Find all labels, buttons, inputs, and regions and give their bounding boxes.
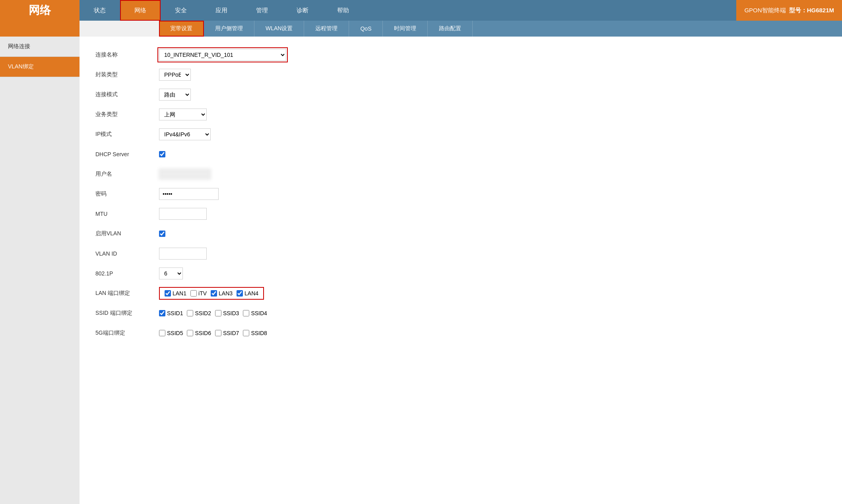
ssid3-text: SSID3 (223, 310, 239, 316)
device-brand: GPON智能终端 (744, 7, 786, 14)
username-field[interactable] (159, 169, 211, 179)
content-area: 连接名称 10_INTERNET_R_VID_101 10_INTERNET_R… (80, 37, 842, 504)
lan1-checkbox[interactable] (165, 290, 171, 297)
lan3-label[interactable]: LAN3 (211, 290, 233, 297)
encap-type-select[interactable]: PPPoE IPoE (159, 69, 191, 81)
mtu-row: MTU 1500 (95, 207, 826, 220)
sub-nav-broadband[interactable]: 宽带设置 (159, 21, 204, 37)
sub-nav-remote[interactable]: 远程管理 (304, 21, 349, 37)
ip-mode-select[interactable]: IPv4&IPv6 IPv4 IPv6 (159, 128, 211, 140)
ssid4-checkbox[interactable] (243, 310, 249, 316)
ssid2-label[interactable]: SSID2 (187, 310, 211, 316)
connection-name-row: 连接名称 10_INTERNET_R_VID_101 10_INTERNET_R… (95, 48, 826, 61)
sub-nav-qos[interactable]: QoS (349, 21, 383, 37)
ip-mode-row: IP模式 IPv4&IPv6 IPv4 IPv6 (95, 128, 826, 141)
sub-nav-routing[interactable]: 路由配置 (428, 21, 473, 37)
ssid6-checkbox[interactable] (187, 330, 193, 336)
device-model: 型号：HG6821M (789, 7, 834, 14)
sub-nav-user-side[interactable]: 用户侧管理 (204, 21, 254, 37)
ssid1-label[interactable]: SSID1 (159, 310, 183, 316)
encap-type-label: 封装类型 (95, 71, 159, 78)
lan4-label[interactable]: LAN4 (237, 290, 258, 297)
username-label: 用户名 (95, 171, 159, 178)
ssid2-checkbox[interactable] (187, 310, 193, 316)
lan4-checkbox[interactable] (237, 290, 243, 297)
password-label: 密码 (95, 190, 159, 198)
lan1-label[interactable]: LAN1 (165, 290, 186, 297)
ssid8-checkbox[interactable] (243, 330, 249, 336)
conn-mode-select[interactable]: 路由 桥接 (159, 89, 191, 101)
dhcp-server-row: DHCP Server (95, 148, 826, 161)
ssid4-text: SSID4 (251, 310, 267, 316)
itv-text: iTV (198, 290, 207, 297)
sub-nav-wlan[interactable]: WLAN设置 (254, 21, 304, 37)
nav-diagnostics[interactable]: 诊断 (282, 0, 323, 21)
itv-label[interactable]: iTV (190, 290, 207, 297)
ssid7-label[interactable]: SSID7 (215, 330, 239, 336)
itv-checkbox[interactable] (190, 290, 197, 297)
device-info: GPON智能终端 型号：HG6821M (736, 0, 842, 21)
ssid-bind-label: SSID 端口绑定 (95, 310, 159, 317)
conn-mode-label: 连接模式 (95, 91, 159, 98)
nav-management[interactable]: 管理 (242, 0, 282, 21)
ssid5-label[interactable]: SSID5 (159, 330, 183, 336)
dhcp-server-checkbox[interactable] (159, 151, 165, 157)
ip-mode-label: IP模式 (95, 131, 159, 138)
ssid1-text: SSID1 (167, 310, 183, 316)
ssid8-text: SSID8 (251, 330, 267, 336)
5g-port-group: SSID5 SSID6 SSID7 SSID8 (159, 328, 267, 339)
ssid7-checkbox[interactable] (215, 330, 221, 336)
service-type-label: 业务类型 (95, 111, 159, 118)
sidebar: 网络连接 VLAN绑定 (0, 37, 80, 504)
nav-applications[interactable]: 应用 (201, 0, 242, 21)
ssid-port-group: SSID1 SSID2 SSID3 SSID4 (159, 308, 267, 319)
username-row: 用户名 (95, 168, 826, 180)
conn-mode-row: 连接模式 路由 桥接 (95, 88, 826, 101)
vlan-enable-row: 启用VLAN (95, 227, 826, 240)
vlan-enable-label: 启用VLAN (95, 230, 159, 237)
mtu-label: MTU (95, 211, 159, 217)
vlan-id-field[interactable]: 101 (159, 248, 207, 260)
mtu-field[interactable]: 1500 (159, 208, 207, 220)
vlan-id-label: VLAN ID (95, 250, 159, 257)
ssid-bind-row: SSID 端口绑定 SSID1 SSID2 SSID3 (95, 307, 826, 320)
ssid2-text: SSID2 (195, 310, 211, 316)
ssid3-label[interactable]: SSID3 (215, 310, 239, 316)
nav-status[interactable]: 状态 (80, 0, 120, 21)
ssid8-label[interactable]: SSID8 (243, 330, 267, 336)
dot1p-label: 802.1P (95, 270, 159, 277)
password-row: 密码 (95, 188, 826, 200)
ssid3-checkbox[interactable] (215, 310, 221, 316)
ssid6-label[interactable]: SSID6 (187, 330, 211, 336)
password-field[interactable] (159, 188, 219, 200)
ssid1-checkbox[interactable] (159, 310, 165, 316)
encap-type-row: 封装类型 PPPoE IPoE (95, 68, 826, 81)
lan3-checkbox[interactable] (211, 290, 217, 297)
nav-network[interactable]: 网络 (120, 0, 161, 21)
dot1p-select[interactable]: 6 0 1 2 3 4 5 7 (159, 268, 183, 279)
sidebar-item-network-connection[interactable]: 网络连接 (0, 37, 80, 57)
dhcp-server-label: DHCP Server (95, 151, 159, 157)
ssid4-label[interactable]: SSID4 (243, 310, 267, 316)
ssid5-checkbox[interactable] (159, 330, 165, 336)
nav-help[interactable]: 帮助 (323, 0, 363, 21)
vlan-id-row: VLAN ID 101 (95, 247, 826, 260)
lan1-text: LAN1 (173, 290, 186, 297)
lan-port-group: LAN1 iTV LAN3 LAN4 (159, 287, 264, 300)
nav-security[interactable]: 安全 (161, 0, 201, 21)
service-type-select[interactable]: 上网 IPTV VoIP (159, 109, 207, 120)
5g-bind-row: 5G端口绑定 SSID5 SSID6 SSID7 (95, 327, 826, 339)
sidebar-item-vlan-binding[interactable]: VLAN绑定 (0, 57, 80, 77)
vlan-enable-checkbox[interactable] (159, 231, 165, 237)
top-navigation: 状态 网络 安全 应用 管理 诊断 帮助 (80, 0, 736, 21)
lan-bind-row: LAN 端口绑定 LAN1 iTV LAN3 (95, 287, 826, 300)
sub-nav-time[interactable]: 时间管理 (383, 21, 428, 37)
sub-navigation: 宽带设置 用户侧管理 WLAN设置 远程管理 QoS 时间管理 路由配置 (159, 21, 842, 37)
ssid7-text: SSID7 (223, 330, 239, 336)
connection-name-label: 连接名称 (95, 51, 159, 58)
ssid6-text: SSID6 (195, 330, 211, 336)
connection-name-select[interactable]: 10_INTERNET_R_VID_101 10_INTERNET_R_VID_… (159, 49, 286, 61)
5g-bind-label: 5G端口绑定 (95, 330, 159, 337)
lan4-text: LAN4 (244, 290, 258, 297)
logo: 网络 (0, 0, 80, 21)
